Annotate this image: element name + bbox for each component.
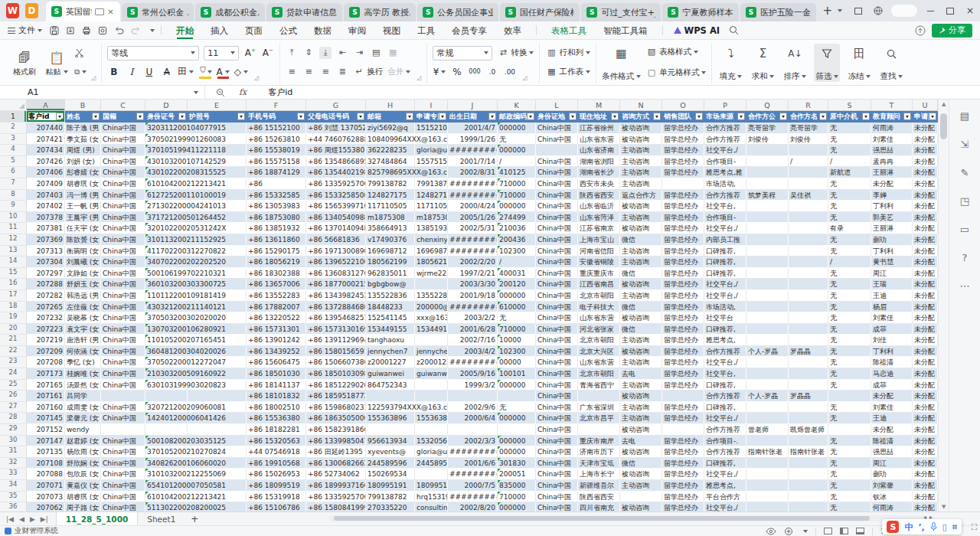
cell[interactable]: gloria@uki <box>415 446 448 458</box>
cell[interactable]: 冯一博 (男 <box>65 190 101 201</box>
cell[interactable]: 未分配 <box>913 190 938 201</box>
cell[interactable]: 2000/4/24 <box>448 201 498 212</box>
cell[interactable]: 社交平台,/ <box>704 469 746 480</box>
cell[interactable] <box>746 290 789 302</box>
row-number[interactable]: 3 <box>0 134 27 145</box>
filter-dropdown-icon[interactable] <box>653 113 661 120</box>
cell[interactable]: China中国 <box>536 123 578 134</box>
cell[interactable]: 亮哥留学 <box>789 123 828 134</box>
cell[interactable]: 207161 <box>27 391 65 402</box>
cell[interactable]: 210303200509160922 <box>145 368 247 380</box>
header-cell[interactable]: 客户id <box>27 111 65 123</box>
cell[interactable]: 郭美艺 <box>871 212 913 224</box>
filter-dropdown-icon[interactable] <box>406 113 413 120</box>
cell[interactable]: 2003/4/2 <box>448 346 498 358</box>
cell[interactable]: 710000 <box>498 324 536 335</box>
cell[interactable]: 无 <box>828 246 871 257</box>
cell[interactable]: +86 1339985047 <box>306 436 366 447</box>
cell[interactable]: 社交平台 <box>704 312 746 324</box>
cell[interactable]: 未分配 <box>913 380 938 391</box>
add-sheet-button[interactable]: + <box>191 514 198 525</box>
cell[interactable]: 153449155 <box>415 324 448 335</box>
cell[interactable]: 社交平台,/ <box>704 502 746 511</box>
row-number[interactable]: 2 <box>0 123 27 134</box>
cell-style-button[interactable]: ▢单元格样式 <box>645 67 707 79</box>
cell[interactable]: 610104200212213421 <box>145 492 247 503</box>
cell[interactable]: 207403 <box>27 190 65 201</box>
cell[interactable]: +86 1354866895 <box>306 156 366 168</box>
menu-item-视图[interactable]: 视图 <box>374 21 409 40</box>
cell[interactable]: 未分配 <box>913 480 938 492</box>
row-number[interactable]: 4 <box>0 145 27 156</box>
cell[interactable]: China中国 <box>536 380 578 391</box>
cell[interactable]: 被动咨询 <box>620 279 662 290</box>
page-break-view-icon[interactable] <box>856 528 864 534</box>
cell[interactable]: China中国 <box>101 223 145 234</box>
cell[interactable] <box>789 502 828 511</box>
cell[interactable]: 周江 <box>871 458 913 469</box>
horizontal-scroll-thumb[interactable] <box>334 516 870 521</box>
cell[interactable] <box>746 402 789 413</box>
cell[interactable]: wendy <box>65 424 101 436</box>
cell[interactable]: 口碑推荐, <box>704 257 746 268</box>
row-number[interactable]: 34 <box>0 480 27 492</box>
cell[interactable]: +86 18753080 <box>247 212 306 224</box>
cell[interactable]: +86 15290175 <box>247 246 306 257</box>
cell[interactable]: China中国 <box>536 480 578 492</box>
cell[interactable]: +86 18501030 <box>247 368 306 380</box>
cell[interactable]: 2002/9/6 <box>448 402 498 413</box>
cell[interactable]: 630103199903020823 <box>145 380 247 391</box>
cell[interactable]: +86 刘慧 137052 <box>306 123 366 134</box>
cell[interactable]: China中国 <box>536 246 578 257</box>
cell[interactable]: 市场活动, <box>704 178 746 190</box>
cell[interactable]: 被动咨询 <box>620 346 662 358</box>
skin-button[interactable] <box>891 5 917 17</box>
cell[interactable]: / <box>828 156 871 168</box>
cell[interactable]: 合作项目- <box>704 212 746 224</box>
cell[interactable]: 2001/6/28 <box>448 324 498 335</box>
cell[interactable]: 被动咨询 <box>620 223 662 234</box>
cut-icon[interactable] <box>74 48 84 57</box>
align-middle-icon[interactable]: ⇕ <box>302 47 315 59</box>
cell[interactable]: China中国 <box>536 335 578 346</box>
cell[interactable] <box>789 290 828 302</box>
decrease-indent-icon[interactable]: ⇤ <box>336 47 348 59</box>
cell[interactable]: 山东省济南 <box>578 145 620 156</box>
cell[interactable]: 被动咨询 <box>620 424 662 436</box>
cell[interactable]: China中国 <box>536 368 578 380</box>
cell[interactable]: 口碑推荐, <box>704 246 746 257</box>
vertical-scrollbar[interactable]: ▲ ▼ <box>938 100 949 511</box>
cell[interactable]: 207378 <box>27 212 65 224</box>
cell[interactable]: 刘俊伶 <box>789 134 828 145</box>
cell[interactable] <box>746 492 789 503</box>
cell[interactable]: China中国 <box>101 469 145 480</box>
cell[interactable]: 370502200012272047 <box>145 357 247 368</box>
cell[interactable]: +86 17882007 <box>247 302 306 313</box>
cell[interactable]: 无 <box>828 458 871 469</box>
cell[interactable]: / <box>828 257 871 268</box>
cell[interactable]: 155363896 <box>415 413 448 424</box>
align-left-icon[interactable]: ≡ <box>286 66 298 78</box>
italic-button[interactable]: I <box>125 67 138 77</box>
filter-dropdown-icon[interactable] <box>611 113 619 120</box>
cell[interactable]: ######### <box>448 145 498 156</box>
cell[interactable]: 陈子逸 (男 <box>65 123 101 134</box>
font-size-select[interactable]: 11 <box>204 46 239 60</box>
header-cell[interactable]: 现住地址 <box>578 111 620 123</box>
cell[interactable]: 北京市朝阳 <box>578 335 620 346</box>
cell[interactable] <box>662 178 704 190</box>
cell[interactable]: 主动咨询 <box>620 402 662 413</box>
cell[interactable]: +86 1851229020 <box>306 380 366 391</box>
cell[interactable]: 留学总经办 <box>662 246 704 257</box>
cell[interactable]: 2003/3/30 <box>448 279 498 290</box>
cell[interactable]: 山东省菏泽 <box>578 212 620 224</box>
cell[interactable]: 未分配 <box>871 391 913 402</box>
cell[interactable]: 赵君婷 (女 <box>65 436 101 447</box>
cell[interactable]: 430321200211140121 <box>145 302 247 313</box>
cell[interactable] <box>746 156 789 168</box>
cell[interactable]: 110105200207165451 <box>145 335 247 346</box>
cell[interactable]: ######### <box>448 302 498 313</box>
cell[interactable]: 无 <box>828 145 871 156</box>
cell[interactable] <box>746 178 789 190</box>
cell[interactable]: 169698712 <box>415 246 448 257</box>
